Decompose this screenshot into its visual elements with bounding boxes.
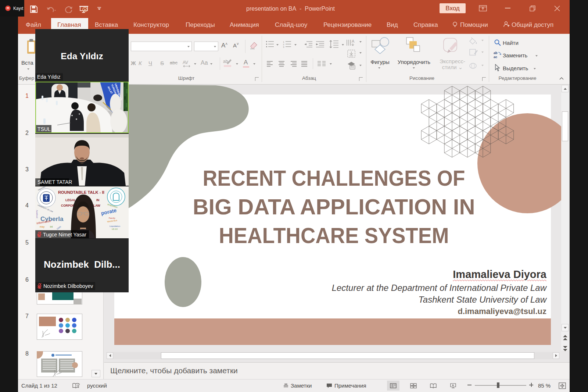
- svg-text:Tugce Nimet Yasar: Tugce Nimet Yasar: [43, 232, 86, 238]
- svg-text:ac: ac: [494, 55, 497, 59]
- svg-text:SAMET TATAR: SAMET TATAR: [37, 179, 72, 185]
- svg-text:LAW: LAW: [93, 204, 101, 207]
- svg-text:ab: ab: [494, 51, 498, 55]
- svg-text:CORPOR: CORPOR: [61, 204, 75, 207]
- svg-text:ROUNDTABLE TALK - II: ROUNDTABLE TALK - II: [58, 190, 104, 195]
- svg-text:3: 3: [283, 46, 284, 48]
- svg-text:Family: Family: [109, 217, 115, 219]
- svg-text:1: 1: [283, 41, 284, 43]
- svg-text:Liquidation: Liquidation: [110, 225, 120, 227]
- svg-text:IN: IN: [96, 198, 100, 202]
- svg-text:LEGAL: LEGAL: [65, 198, 76, 202]
- svg-text:property: property: [36, 210, 38, 218]
- svg-text:int: int: [50, 225, 53, 228]
- svg-text:US GO: US GO: [112, 228, 118, 230]
- svg-text:2: 2: [283, 43, 284, 46]
- svg-text:TSUL: TSUL: [37, 126, 51, 132]
- svg-text:A: A: [352, 39, 355, 43]
- svg-text:may: may: [40, 225, 45, 228]
